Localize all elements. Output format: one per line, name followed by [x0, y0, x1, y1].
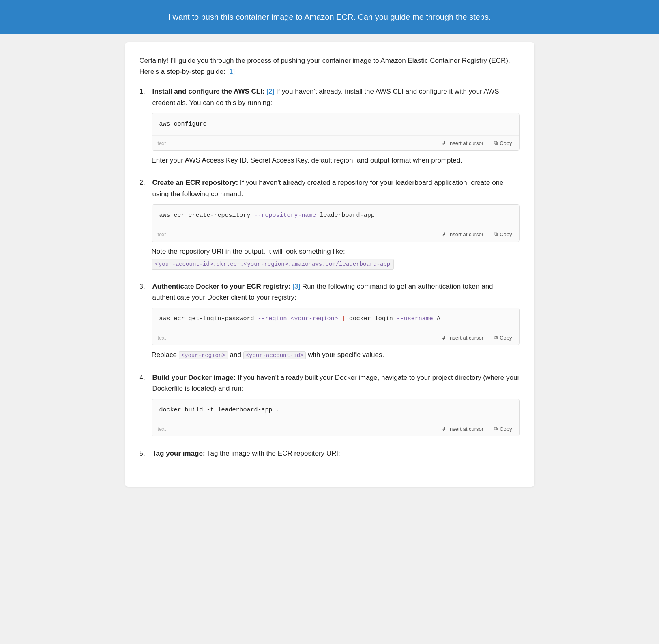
step-3-title: Authenticate Docker to your ECR registry…	[152, 281, 520, 303]
step-3-code-type: text	[158, 335, 166, 341]
step-5-title: Tag your image: Tag the image with the E…	[152, 448, 340, 459]
step-1-copy-btn[interactable]: ⧉ Copy	[492, 139, 513, 147]
step-5-desc-inline: Tag the image with the ECR repository UR…	[207, 449, 340, 457]
step-3-header: 3. Authenticate Docker to your ECR regis…	[140, 281, 520, 303]
step-4-copy-label: Copy	[500, 426, 512, 432]
intro-text: Certainly! I'll guide you through the pr…	[140, 57, 510, 75]
step-2-number: 2.	[140, 177, 149, 199]
step-3-ref[interactable]: [3]	[292, 282, 300, 290]
step-1-header: 1. Install and configure the AWS CLI: [2…	[140, 86, 520, 108]
copy-icon-2: ⧉	[494, 231, 498, 237]
step-3-actions: ↲ Insert at cursor ⧉ Copy	[440, 334, 513, 342]
step-1-number: 1.	[140, 86, 149, 108]
insert-icon-2: ↲	[442, 231, 446, 237]
step-3-after-text2: with your specific values.	[308, 351, 384, 359]
response-container: Certainly! I'll guide you through the pr…	[125, 42, 534, 487]
step-3-after-text1: Replace	[152, 351, 177, 359]
step-5-number: 5.	[140, 448, 149, 459]
step-3-code: aws ecr get-login-password --region <you…	[152, 308, 519, 330]
step-3-insert-btn[interactable]: ↲ Insert at cursor	[440, 334, 485, 342]
step-4: 4. Build your Docker image: If you haven…	[140, 372, 520, 437]
step-3-copy-label: Copy	[500, 335, 512, 341]
user-message-text: I want to push this container image to A…	[168, 11, 491, 23]
step-3: 3. Authenticate Docker to your ECR regis…	[140, 281, 520, 361]
step-1-toolbar: text ↲ Insert at cursor ⧉ Copy	[152, 135, 519, 150]
step-4-copy-btn[interactable]: ⧉ Copy	[492, 425, 513, 433]
step-2-content: aws ecr create-repository --repository-n…	[140, 204, 520, 270]
intro-ref-link[interactable]: [1]	[227, 68, 235, 75]
step-1: 1. Install and configure the AWS CLI: [2…	[140, 86, 520, 166]
step-5: 5. Tag your image: Tag the image with th…	[140, 448, 520, 459]
intro-paragraph: Certainly! I'll guide you through the pr…	[140, 55, 520, 77]
step-4-toolbar: text ↲ Insert at cursor ⧉ Copy	[152, 421, 519, 436]
step-5-header: 5. Tag your image: Tag the image with th…	[140, 448, 520, 459]
step-2-toolbar: text ↲ Insert at cursor ⧉ Copy	[152, 227, 519, 242]
step-4-insert-btn[interactable]: ↲ Insert at cursor	[440, 425, 485, 433]
step-4-number: 4.	[140, 372, 149, 394]
insert-icon-3: ↲	[442, 335, 446, 341]
insert-icon-4: ↲	[442, 426, 446, 432]
copy-icon-4: ⧉	[494, 426, 498, 432]
step-2: 2. Create an ECR repository: If you have…	[140, 177, 520, 269]
step-2-copy-label: Copy	[500, 231, 512, 237]
step-4-insert-label: Insert at cursor	[448, 426, 483, 432]
step-4-code-block: docker build -t leaderboard-app . text ↲…	[152, 399, 520, 437]
step-1-copy-label: Copy	[500, 140, 512, 146]
copy-icon: ⧉	[494, 140, 498, 146]
user-message-bar: I want to push this container image to A…	[0, 0, 659, 34]
step-2-insert-label: Insert at cursor	[448, 231, 483, 237]
step-2-repo-uri: <your-account-id>.dkr.ecr.<your-region>.…	[152, 259, 394, 270]
step-4-code-type: text	[158, 426, 166, 432]
step-2-title: Create an ECR repository: If you haven't…	[152, 177, 520, 199]
step-3-middle: and	[230, 351, 243, 359]
step-2-copy-btn[interactable]: ⧉ Copy	[492, 230, 513, 238]
step-2-insert-btn[interactable]: ↲ Insert at cursor	[440, 231, 485, 238]
insert-icon: ↲	[442, 140, 446, 146]
step-1-actions: ↲ Insert at cursor ⧉ Copy	[440, 139, 513, 147]
step-1-code-block: aws configure text ↲ Insert at cursor ⧉ …	[152, 113, 520, 151]
step-3-placeholder1: <your-region>	[179, 351, 228, 359]
step-3-copy-btn[interactable]: ⧉ Copy	[492, 334, 513, 342]
step-2-code-type: text	[158, 231, 166, 237]
step-3-after-text: Replace <your-region> and <your-account-…	[152, 349, 520, 360]
step-3-toolbar: text ↲ Insert at cursor ⧉ Copy	[152, 330, 519, 345]
step-2-code: aws ecr create-repository --repository-n…	[152, 205, 519, 227]
step-3-insert-label: Insert at cursor	[448, 335, 483, 341]
step-1-title: Install and configure the AWS CLI: [2] I…	[152, 86, 520, 108]
step-3-code-block: aws ecr get-login-password --region <you…	[152, 308, 520, 346]
step-3-placeholder2: <your-account-id>	[243, 351, 306, 359]
step-2-actions: ↲ Insert at cursor ⧉ Copy	[440, 230, 513, 238]
step-4-content: docker build -t leaderboard-app . text ↲…	[140, 399, 520, 437]
step-2-code-block: aws ecr create-repository --repository-n…	[152, 204, 520, 242]
step-1-insert-btn[interactable]: ↲ Insert at cursor	[440, 139, 485, 147]
step-4-actions: ↲ Insert at cursor ⧉ Copy	[440, 425, 513, 433]
steps-list: 1. Install and configure the AWS CLI: [2…	[140, 86, 520, 459]
step-1-ref[interactable]: [2]	[266, 88, 274, 95]
step-3-number: 3.	[140, 281, 149, 303]
step-4-code: docker build -t leaderboard-app .	[152, 399, 519, 421]
step-2-header: 2. Create an ECR repository: If you have…	[140, 177, 520, 199]
step-3-content: aws ecr get-login-password --region <you…	[140, 308, 520, 361]
step-4-header: 4. Build your Docker image: If you haven…	[140, 372, 520, 394]
step-1-content: aws configure text ↲ Insert at cursor ⧉ …	[140, 113, 520, 166]
copy-icon-3: ⧉	[494, 334, 498, 341]
step-1-insert-label: Insert at cursor	[448, 140, 483, 146]
step-4-title: Build your Docker image: If you haven't …	[152, 372, 520, 394]
step-1-code: aws configure	[152, 113, 519, 136]
step-1-code-type: text	[158, 140, 166, 146]
step-1-after-text: Enter your AWS Access Key ID, Secret Acc…	[152, 155, 520, 166]
step-2-after-text: Note the repository URI in the output. I…	[152, 246, 520, 257]
